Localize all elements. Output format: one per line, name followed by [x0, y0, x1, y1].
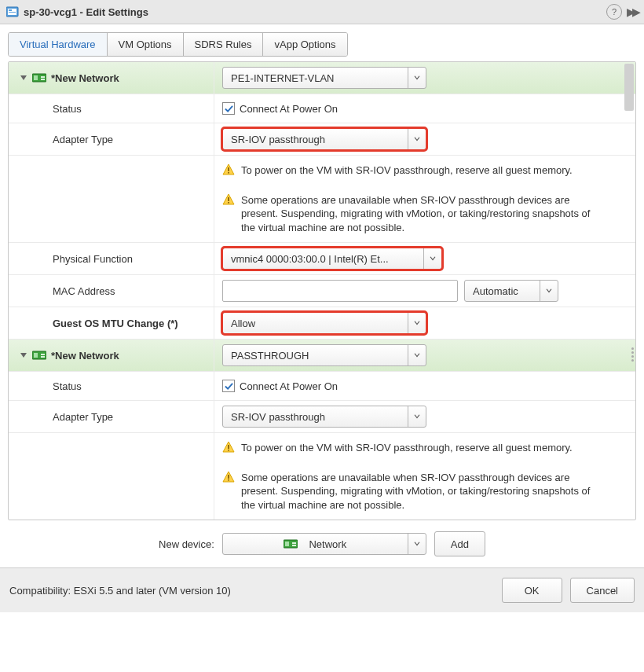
network-1-header[interactable]: *New Network PE1-INTERNET-VLAN [9, 62, 635, 94]
adapter-type-label: Adapter Type [9, 123, 214, 155]
network-2-status-row: Status Connect At Power On [9, 372, 635, 401]
network-1-title: *New Network [51, 72, 119, 84]
tab-sdrs-rules[interactable]: SDRS Rules [184, 33, 264, 56]
network-1-warn1: To power on the VM with SR-IOV passthrou… [9, 156, 635, 185]
warning-icon [222, 441, 235, 454]
network-2-warn2: Some operations are unavailable when SR-… [9, 463, 635, 520]
dialog-footer: Compatibility: ESXi 5.5 and later (VM ve… [0, 567, 644, 612]
scrollbar[interactable] [623, 64, 634, 518]
connect-at-poweron-checkbox[interactable] [222, 102, 235, 115]
adapter-type-dropdown[interactable]: SR-IOV passthrough [222, 406, 426, 428]
edit-settings-dialog: sp-30-vcg1 - Edit Settings ? ▶▶ Virtual … [0, 0, 644, 612]
warning-text: Some operations are unavailable when SR-… [241, 471, 628, 512]
settings-panel: *New Network PE1-INTERNET-VLAN Status Co… [8, 61, 636, 520]
cancel-button[interactable]: Cancel [570, 578, 635, 603]
warning-text: Some operations are unavailable when SR-… [241, 193, 628, 235]
tab-vm-options[interactable]: VM Options [108, 33, 184, 56]
tab-bar: Virtual Hardware VM Options SDRS Rules v… [8, 32, 348, 57]
physical-function-dropdown[interactable]: vmnic4 0000:03:00.0 | Intel(R) Et... [222, 248, 442, 270]
connect-at-poweron-checkbox[interactable] [222, 380, 235, 392]
tab-virtual-hardware[interactable]: Virtual Hardware [9, 33, 108, 56]
new-device-row: New device: Network Add [8, 520, 636, 567]
dropdown-value: vmnic4 0000:03:00.0 | Intel(R) Et... [223, 253, 423, 265]
chevron-down-icon [408, 68, 426, 88]
chevron-down-icon [423, 248, 441, 269]
add-button[interactable]: Add [434, 531, 485, 556]
warning-icon [222, 471, 235, 483]
network-1-mtu-row: Guest OS MTU Change (*) Allow [9, 307, 635, 340]
status-label: Status [9, 372, 214, 400]
dropdown-value: PE1-INTERNET-VLAN [223, 72, 408, 84]
network-1-warn2: Some operations are unavailable when SR-… [9, 185, 635, 244]
status-label: Status [9, 94, 214, 123]
network-2-title: *New Network [51, 350, 119, 362]
dropdown-value: Allow [223, 318, 408, 329]
new-device-dropdown[interactable]: Network [222, 533, 426, 555]
warning-text: To power on the VM with SR-IOV passthrou… [241, 163, 596, 178]
chevron-down-icon [408, 534, 426, 554]
network-2-header[interactable]: *New Network PASSTHROUGH [9, 340, 635, 372]
nic-icon [32, 72, 46, 83]
mac-address-label: MAC Address [9, 275, 214, 307]
network-1-adapter-row: Adapter Type SR-IOV passthrough [9, 123, 635, 156]
titlebar: sp-30-vcg1 - Edit Settings ? ▶▶ [0, 0, 644, 24]
guest-mtu-label: Guest OS MTU Change (*) [9, 307, 214, 339]
collapse-icon[interactable] [20, 74, 27, 82]
chevron-down-icon [408, 129, 426, 149]
vm-icon [6, 6, 19, 17]
chevron-down-icon [408, 313, 426, 333]
chevron-down-icon [408, 345, 426, 365]
network-1-mac-row: MAC Address Automatic [9, 275, 635, 307]
mac-mode-dropdown[interactable]: Automatic [464, 280, 558, 302]
tab-vapp-options[interactable]: vApp Options [263, 33, 346, 56]
connect-label: Connect At Power On [240, 103, 338, 115]
network-1-pf-row: Physical Function vmnic4 0000:03:00.0 | … [9, 243, 635, 275]
adapter-type-dropdown[interactable]: SR-IOV passthrough [222, 128, 426, 150]
nic-icon [32, 350, 46, 361]
chevron-down-icon [408, 406, 426, 427]
dropdown-value: PASSTHROUGH [223, 350, 408, 362]
ok-button[interactable]: OK [502, 578, 562, 603]
dropdown-value: SR-IOV passthrough [223, 411, 408, 423]
dialog-title: sp-30-vcg1 - Edit Settings [24, 6, 606, 18]
new-device-label: New device: [159, 538, 214, 550]
network-2-adapter-row: Adapter Type SR-IOV passthrough [9, 401, 635, 433]
warning-icon [222, 163, 235, 176]
network-2-warn1: To power on the VM with SR-IOV passthrou… [9, 433, 635, 463]
dropdown-value: Automatic [465, 285, 540, 297]
network-1-status-row: Status Connect At Power On [9, 94, 635, 123]
help-button[interactable]: ? [606, 4, 622, 20]
physical-function-label: Physical Function [9, 243, 214, 274]
warning-icon [222, 193, 235, 206]
chevron-down-icon [540, 281, 558, 301]
mac-address-input[interactable] [222, 280, 458, 302]
collapse-icon[interactable] [20, 351, 27, 359]
expand-icon[interactable]: ▶▶ [627, 6, 638, 18]
compatibility-text: Compatibility: ESXi 5.5 and later (VM ve… [9, 585, 502, 597]
nic-icon [284, 538, 298, 549]
connect-label: Connect At Power On [240, 380, 338, 392]
dropdown-value: Network [309, 538, 346, 550]
network-2-portgroup-dropdown[interactable]: PASSTHROUGH [222, 344, 426, 366]
warning-text: To power on the VM with SR-IOV passthrou… [241, 441, 596, 455]
guest-mtu-dropdown[interactable]: Allow [222, 312, 426, 334]
adapter-type-label: Adapter Type [9, 401, 214, 432]
network-1-portgroup-dropdown[interactable]: PE1-INTERNET-VLAN [222, 67, 426, 89]
resize-handle[interactable] [629, 346, 636, 363]
dropdown-value: SR-IOV passthrough [223, 134, 408, 145]
